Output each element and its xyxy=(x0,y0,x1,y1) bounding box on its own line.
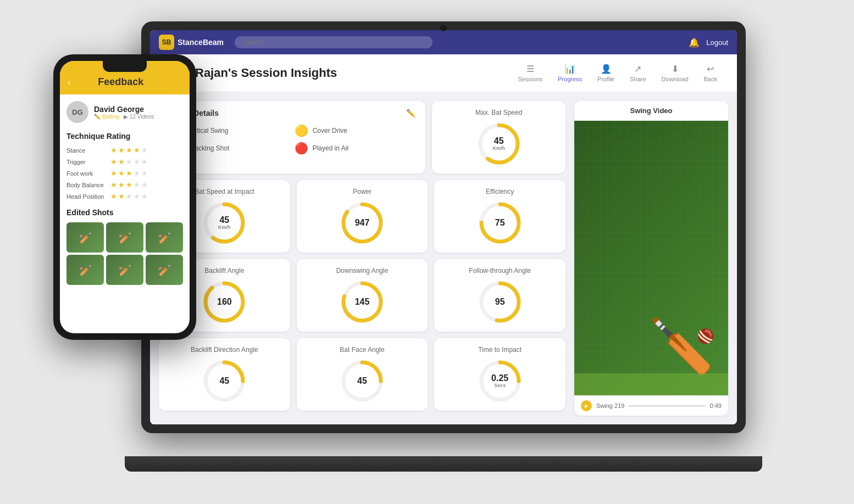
power-gauge: 947 xyxy=(340,201,384,245)
shot-thumb-6[interactable]: 🏏 xyxy=(146,255,183,285)
ground-overlay xyxy=(574,373,728,395)
body-balance-label: Body Balance xyxy=(66,182,110,188)
bat-face-angle-title: Bat Face Angle xyxy=(340,346,384,354)
laptop: SB StanceBeam 🔔 Logout 🏏 Rajan's Session… xyxy=(141,21,746,472)
video-placeholder: 🏏 xyxy=(574,121,728,395)
bat-speed-gauge: 45Km/h xyxy=(202,201,246,245)
shot-thumb-1[interactable]: 🏏 xyxy=(66,222,104,253)
bell-icon[interactable]: 🔔 xyxy=(689,37,700,48)
time-to-impact-title: Time to Impact xyxy=(478,346,522,354)
app-name: StanceBeam xyxy=(178,38,224,47)
played-in-air-label: Played in Air xyxy=(313,144,350,152)
footwork-stars: ★ ★ ★ ★ ★ xyxy=(110,169,148,177)
metric-followthrough-angle: Follow-through Angle 95 xyxy=(434,259,565,332)
metric-efficiency: Efficiency 75 xyxy=(434,180,565,253)
swing-detail-air: 🔴 Played in Air xyxy=(295,142,416,155)
batting-label: ✏️ Batting xyxy=(94,114,119,120)
backlift-angle-title: Backlift Angle xyxy=(204,267,244,275)
bat-speed-value: 45Km/h xyxy=(218,215,231,230)
downswing-gauge: 145 xyxy=(340,280,384,324)
nav-profile[interactable]: 👤 Profile xyxy=(591,61,621,85)
edit-icon[interactable]: ✏️ xyxy=(406,109,415,117)
bat-face-value: 45 xyxy=(357,376,367,386)
head-position-stars: ★ ★ ★ ★ ★ xyxy=(110,192,148,200)
metrics-row-2: Backlift Angle 160 Dow xyxy=(159,259,565,332)
backlift-value: 160 xyxy=(217,297,232,307)
profile-meta: ✏️ Batting ▶ 12 Videos xyxy=(94,114,154,120)
nav-sessions[interactable]: ☰ Sessions xyxy=(511,61,549,85)
max-bat-speed-gauge: 45Km/h xyxy=(477,122,521,166)
nav-progress[interactable]: 📊 Progress xyxy=(551,61,589,85)
profile-initials: DG xyxy=(66,101,88,123)
phone: ‹ Feedback DG David George ✏️ Batting ▶ … xyxy=(53,54,196,340)
shot-thumb-3[interactable]: 🏏 xyxy=(146,222,183,253)
search-input[interactable] xyxy=(235,36,432,48)
backlift-dir-title: Backlift Direction Angle xyxy=(191,346,258,354)
shot-thumb-5[interactable]: 🏏 xyxy=(106,255,143,285)
swing-label: Swing 219 xyxy=(596,402,624,409)
scene: SB StanceBeam 🔔 Logout 🏏 Rajan's Session… xyxy=(42,10,812,494)
video-panel: Swing Video xyxy=(574,101,728,416)
swing-details-header: Swing Details ✏️ xyxy=(169,109,415,117)
edited-shots-title: Edited Shots xyxy=(66,208,183,217)
shot-thumb-4[interactable]: 🏏 xyxy=(66,255,104,285)
downswing-angle-title: Downswing Angle xyxy=(336,267,389,275)
nav-back[interactable]: ↩ Back xyxy=(697,61,724,85)
time-to-impact-gauge: 0.25Secs xyxy=(478,359,522,403)
backlift-gauge: 160 xyxy=(202,280,246,324)
profile-name: David George xyxy=(94,105,154,114)
time-to-impact-value: 0.25Secs xyxy=(491,373,508,388)
footwork-label: Foot work xyxy=(66,170,110,177)
swing-detail-cover: 🟡 Cover Drive xyxy=(295,124,416,137)
backlift-dir-gauge: 45 xyxy=(202,359,246,403)
metric-downswing-angle: Downswing Angle 145 xyxy=(297,259,428,332)
back-label: Back xyxy=(704,76,717,82)
share-label: Share xyxy=(630,76,646,82)
laptop-base xyxy=(125,456,762,472)
rating-body-balance: Body Balance ★ ★ ★ ★ ★ xyxy=(66,181,183,189)
logout-button[interactable]: Logout xyxy=(706,38,728,47)
metric-backlift-dir: Backlift Direction Angle 45 xyxy=(159,338,290,411)
trigger-stars: ★ ★ ★ ★ ★ xyxy=(110,158,148,166)
session-nav: ☰ Sessions 📊 Progress 👤 Profile ↗ xyxy=(511,61,724,85)
profile-icon: 👤 xyxy=(601,64,612,74)
player-figure: 🏏 xyxy=(648,314,717,379)
rating-stance: Stance ★ ★ ★ ★ ★ xyxy=(66,146,183,154)
video-title: Swing Video xyxy=(574,101,728,121)
download-label: Download xyxy=(662,76,689,82)
max-bat-speed-card: Max. Bat Speed 45Km/h xyxy=(432,101,565,173)
phone-back-button[interactable]: ‹ xyxy=(68,77,70,87)
body-balance-stars: ★ ★ ★ ★ ★ xyxy=(110,181,148,189)
progress-icon: 📊 xyxy=(564,64,575,74)
power-title: Power xyxy=(353,188,371,195)
metrics-row-1: Bat Speed at Impact 45Km/h xyxy=(159,180,565,253)
session-title: Rajan's Session Insights xyxy=(195,66,337,80)
app-logo: SB StanceBeam xyxy=(159,35,224,50)
metric-time-to-impact: Time to Impact 0.25Secs xyxy=(434,338,565,411)
nav-download[interactable]: ⬇ Download xyxy=(655,61,695,85)
share-icon: ↗ xyxy=(634,64,641,74)
laptop-body: SB StanceBeam 🔔 Logout 🏏 Rajan's Session… xyxy=(141,21,746,433)
sessions-icon: ☰ xyxy=(526,64,534,74)
laptop-notch xyxy=(440,25,447,31)
bat-speed-impact-title: Bat Speed at Impact xyxy=(195,188,254,195)
navbar-right: 🔔 Logout xyxy=(689,37,728,48)
shot-thumb-2[interactable]: 🏏 xyxy=(106,222,143,253)
profile-row: DG David George ✏️ Batting ▶ 12 Videos xyxy=(66,101,183,123)
play-button[interactable]: ▶ xyxy=(581,400,592,411)
phone-header-title: Feedback xyxy=(76,76,165,88)
video-progress-bar[interactable] xyxy=(629,405,705,407)
followthrough-value: 95 xyxy=(495,297,505,307)
backlift-dir-value: 45 xyxy=(219,376,229,386)
rating-trigger: Trigger ★ ★ ★ ★ ★ xyxy=(66,158,183,166)
download-icon: ⬇ xyxy=(672,64,679,74)
profile-info: David George ✏️ Batting ▶ 12 Videos xyxy=(94,105,154,120)
progress-label: Progress xyxy=(558,76,582,82)
main-content: Swing Details ✏️ 🏏 Vertical Swing xyxy=(150,92,737,424)
max-bat-speed-value: 45Km/h xyxy=(492,136,505,151)
technique-section: Technique Rating Stance ★ ★ ★ ★ ★ Trigge… xyxy=(66,132,183,200)
swing-details-card: Swing Details ✏️ 🏏 Vertical Swing xyxy=(159,101,425,173)
back-icon: ↩ xyxy=(707,64,714,74)
nav-share[interactable]: ↗ Share xyxy=(623,61,652,85)
navbar: SB StanceBeam 🔔 Logout xyxy=(150,30,737,54)
